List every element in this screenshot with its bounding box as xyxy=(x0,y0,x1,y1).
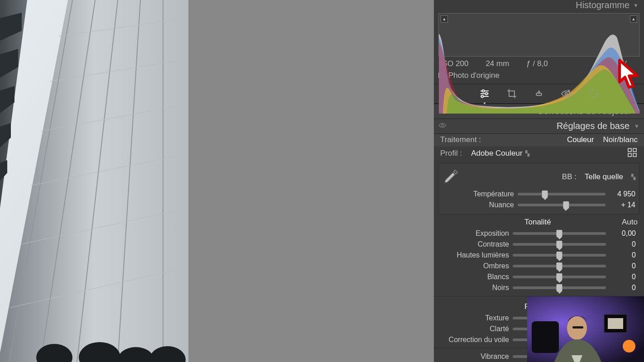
profile-browser-icon[interactable] xyxy=(627,147,638,160)
tone-title: Tonalité xyxy=(524,218,551,227)
eyedropper-icon[interactable] xyxy=(441,167,461,187)
slider-label: Hautes lumières xyxy=(434,251,513,259)
chevron-down-icon: ▼ xyxy=(634,123,639,129)
slider-exposition[interactable]: Exposition0,00 xyxy=(434,228,638,239)
slider-label: Clarté xyxy=(434,325,513,333)
svg-point-26 xyxy=(485,92,488,95)
photo-preview xyxy=(0,0,188,362)
slider-value[interactable]: 0 xyxy=(606,240,636,248)
profile-row: Profil : Adobe Couleur ▚ xyxy=(434,146,644,163)
svg-rect-43 xyxy=(532,321,559,353)
svg-point-28 xyxy=(481,95,484,97)
eye-icon[interactable] xyxy=(438,121,448,131)
temperature-label: Température xyxy=(441,190,518,198)
masking-icon[interactable] xyxy=(587,88,599,100)
basic-section-header[interactable]: Réglages de base ▼ xyxy=(434,119,644,133)
white-balance-group: BB : Telle quelle ▚ Température 4 950 Nu… xyxy=(438,163,639,214)
svg-rect-37 xyxy=(633,148,636,152)
red-eye-icon[interactable] xyxy=(560,88,572,100)
profile-label: Profil : xyxy=(440,149,462,158)
tone-header: Tonalité Auto xyxy=(434,216,644,228)
slider-value[interactable]: 0 xyxy=(606,251,636,259)
slider-blancs[interactable]: Blancs0 xyxy=(434,272,638,282)
tint-label: Nuance xyxy=(441,201,518,209)
tone-auto-button[interactable]: Auto xyxy=(622,218,638,227)
temperature-value[interactable]: 4 950 xyxy=(606,190,635,198)
svg-point-30 xyxy=(565,92,567,95)
wb-label: BB : xyxy=(562,172,577,181)
slider-value[interactable]: 0 xyxy=(606,262,636,270)
edit-sliders-icon[interactable] xyxy=(479,88,490,100)
tint-slider[interactable]: Nuance + 14 xyxy=(441,200,637,210)
slider-value[interactable]: 0 xyxy=(606,284,636,292)
crop-icon[interactable] xyxy=(506,88,518,100)
svg-rect-42 xyxy=(608,318,623,329)
canvas-area[interactable] xyxy=(0,0,434,362)
svg-rect-36 xyxy=(628,148,631,152)
histogram-title: Histogramme xyxy=(576,0,630,10)
dropdown-icon[interactable]: ▚ xyxy=(631,174,635,180)
basic-title: Réglages de base xyxy=(557,121,630,131)
slider-label: Texture xyxy=(434,314,513,322)
histogram[interactable]: ▲ ▲ xyxy=(438,13,639,57)
slider-label: Ombres xyxy=(434,262,513,270)
svg-point-24 xyxy=(482,90,485,92)
webcam-overlay xyxy=(527,296,644,362)
chevron-down-icon: ▼ xyxy=(633,2,639,9)
vibrance-label: Vibrance xyxy=(434,352,513,361)
treatment-row: Traitement : Couleur Noir/blanc xyxy=(434,133,644,146)
svg-point-33 xyxy=(590,90,597,97)
svg-rect-29 xyxy=(536,93,542,95)
treatment-label: Traitement : xyxy=(440,135,481,144)
treatment-bw[interactable]: Noir/blanc xyxy=(603,135,638,144)
svg-rect-46 xyxy=(572,326,583,329)
svg-rect-39 xyxy=(633,153,636,157)
slider-ombres[interactable]: Ombres0 xyxy=(434,261,638,272)
slider-label: Noirs xyxy=(434,284,513,292)
histogram-panel-header[interactable]: Histogramme ▼ xyxy=(434,0,644,10)
slider-hautes-lumières[interactable]: Hautes lumières0 xyxy=(434,250,638,261)
slider-contraste[interactable]: Contraste0 xyxy=(434,239,638,250)
temperature-slider[interactable]: Température 4 950 xyxy=(441,189,637,200)
healing-brush-icon[interactable] xyxy=(533,88,545,100)
svg-point-35 xyxy=(442,124,444,127)
dropdown-icon[interactable]: ▚ xyxy=(525,150,529,157)
slider-value[interactable]: 0 xyxy=(606,273,636,281)
profile-value[interactable]: Adobe Couleur xyxy=(471,149,522,158)
slider-label: Correction du voile xyxy=(434,336,513,344)
svg-rect-38 xyxy=(628,153,631,157)
svg-point-44 xyxy=(623,340,635,352)
wb-preset[interactable]: Telle quelle xyxy=(585,172,623,181)
tone-sliders: Exposition0,00Contraste0Hautes lumières0… xyxy=(434,228,644,293)
treatment-color[interactable]: Couleur xyxy=(567,135,594,144)
slider-label: Blancs xyxy=(434,273,513,281)
slider-noirs[interactable]: Noirs0 xyxy=(434,282,638,293)
slider-label: Exposition xyxy=(434,229,513,238)
slider-value[interactable]: 0,00 xyxy=(606,229,636,238)
slider-label: Contraste xyxy=(434,240,513,248)
tint-value[interactable]: + 14 xyxy=(606,201,635,209)
